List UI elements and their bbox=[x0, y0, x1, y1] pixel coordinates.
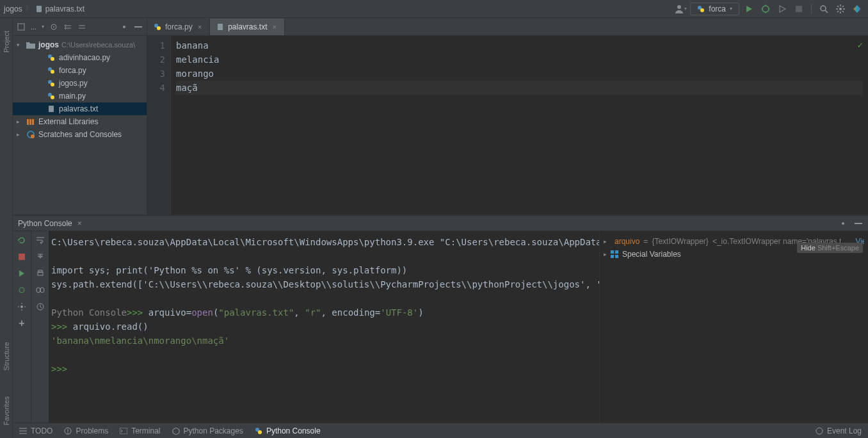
terminal-tab[interactable]: Terminal bbox=[120, 426, 160, 435]
svg-point-73 bbox=[816, 428, 823, 434]
output-line: import sys; print('Python %s on %s' % (s… bbox=[51, 265, 407, 275]
editor-tab[interactable]: forca.py × bbox=[147, 19, 210, 35]
variables-panel[interactable]: ▸ arquivo = {TextIOWrapper} <_io.TextIOW… bbox=[599, 231, 868, 423]
file-item[interactable]: adivinhacao.py bbox=[13, 51, 147, 64]
expand-all-icon[interactable] bbox=[63, 22, 72, 31]
variables-icon[interactable] bbox=[35, 285, 45, 295]
python-packages-tab[interactable]: Python Packages bbox=[172, 426, 243, 435]
collapse-all-icon[interactable] bbox=[77, 22, 86, 31]
folder-icon bbox=[26, 41, 36, 49]
tab-label: forca.py bbox=[165, 22, 193, 31]
text-file-icon bbox=[46, 105, 56, 113]
stop-button[interactable] bbox=[792, 2, 806, 16]
debug-icon[interactable] bbox=[17, 285, 27, 295]
console-output[interactable]: C:\Users\rebeca.souza\AppData\Local\Micr… bbox=[49, 231, 599, 423]
chevron-down-icon[interactable]: ▾ bbox=[42, 24, 44, 29]
run-icon[interactable] bbox=[17, 268, 27, 279]
wrap-icon[interactable] bbox=[35, 235, 45, 245]
svg-point-23 bbox=[53, 26, 54, 28]
hide-tooltip: Hide Shift+Escape bbox=[797, 243, 863, 253]
new-console-icon[interactable]: + bbox=[17, 318, 27, 328]
console-tab-label[interactable]: Python Console bbox=[18, 219, 72, 228]
svg-line-17 bbox=[837, 6, 839, 7]
code-editor[interactable]: 1234 banana melancia morango maçã ✓ bbox=[147, 36, 868, 215]
history-icon[interactable] bbox=[35, 302, 45, 312]
svg-rect-60 bbox=[611, 250, 614, 254]
project-root[interactable]: ▾ jogos C:\Users\rebeca.souza\ bbox=[13, 38, 147, 51]
print-icon[interactable] bbox=[35, 268, 45, 279]
settings-icon[interactable] bbox=[17, 302, 27, 312]
file-item[interactable]: forca.py bbox=[13, 64, 147, 77]
user-icon[interactable]: ▾ bbox=[673, 2, 687, 16]
output-line: sys.path.extend(['C:\\Users\\rebeca.souz… bbox=[51, 279, 599, 289]
svg-point-72 bbox=[258, 430, 262, 434]
chevron-right-icon[interactable]: ▸ bbox=[17, 131, 23, 138]
python-console-tab[interactable]: Python Console bbox=[255, 426, 321, 435]
special-vars-icon bbox=[611, 250, 618, 258]
external-libraries[interactable]: ▸ External Libraries bbox=[13, 115, 147, 128]
breadcrumb-file[interactable]: palavras.txt bbox=[45, 4, 84, 13]
locate-icon[interactable] bbox=[49, 22, 58, 31]
breadcrumb: jogos 〉 palavras.txt bbox=[4, 3, 84, 14]
svg-rect-62 bbox=[611, 255, 614, 258]
hide-panel-icon[interactable] bbox=[134, 22, 143, 31]
svg-rect-63 bbox=[615, 255, 618, 258]
svg-rect-9 bbox=[796, 6, 802, 12]
svg-rect-37 bbox=[32, 119, 34, 125]
run-config-selector[interactable]: forca ▾ bbox=[690, 3, 739, 15]
svg-point-55 bbox=[40, 288, 44, 293]
jetbrains-icon[interactable] bbox=[850, 2, 864, 16]
file-item[interactable]: jogos.py bbox=[13, 77, 147, 90]
project-view-label: ... bbox=[31, 23, 36, 31]
project-rail-tab[interactable]: Project bbox=[3, 31, 10, 53]
variable-name: arquivo bbox=[615, 237, 639, 246]
run-button[interactable] bbox=[742, 2, 756, 16]
project-view-selector[interactable] bbox=[17, 22, 26, 31]
svg-line-19 bbox=[837, 11, 839, 12]
scratches-label: Scratches and Consoles bbox=[38, 130, 122, 139]
gutter: 1234 bbox=[147, 36, 170, 215]
file-item-selected[interactable]: palavras.txt bbox=[13, 102, 147, 115]
search-icon[interactable] bbox=[817, 2, 831, 16]
svg-point-41 bbox=[157, 26, 161, 30]
run-with-coverage-button[interactable] bbox=[775, 2, 789, 16]
structure-rail-tab[interactable]: Structure bbox=[3, 342, 10, 371]
debug-button[interactable] bbox=[759, 2, 773, 16]
project-tree[interactable]: ▾ jogos C:\Users\rebeca.souza\ adivinhac… bbox=[13, 36, 147, 215]
breadcrumb-root[interactable]: jogos bbox=[4, 4, 22, 13]
problems-tab[interactable]: Problems bbox=[64, 426, 108, 435]
packages-icon bbox=[172, 427, 180, 435]
svg-point-12 bbox=[839, 8, 842, 10]
editor-tab-active[interactable]: palavras.txt × bbox=[210, 19, 285, 35]
svg-rect-36 bbox=[29, 119, 31, 125]
chevron-down-icon: ▾ bbox=[730, 6, 732, 12]
file-icon bbox=[35, 5, 43, 13]
svg-point-10 bbox=[821, 6, 826, 11]
python-file-icon bbox=[46, 92, 56, 100]
file-item[interactable]: main.py bbox=[13, 90, 147, 102]
chevron-right-icon[interactable]: ▸ bbox=[17, 118, 23, 125]
hide-console-icon[interactable] bbox=[854, 219, 863, 228]
close-icon[interactable]: × bbox=[197, 23, 203, 31]
chevron-down-icon[interactable]: ▾ bbox=[17, 42, 23, 48]
settings-icon[interactable] bbox=[833, 2, 848, 16]
rerun-icon[interactable] bbox=[17, 235, 27, 245]
svg-rect-53 bbox=[38, 270, 42, 272]
close-icon[interactable]: × bbox=[271, 23, 277, 31]
todo-tab[interactable]: TODO bbox=[19, 426, 52, 435]
scratches[interactable]: ▸ Scratches and Consoles bbox=[13, 128, 147, 141]
scroll-to-end-icon[interactable] bbox=[35, 252, 45, 262]
favorites-rail-tab[interactable]: Favorites bbox=[3, 396, 10, 425]
close-icon[interactable]: × bbox=[77, 219, 82, 228]
chevron-right-icon[interactable]: ▸ bbox=[604, 251, 607, 257]
chevron-right-icon[interactable]: ▸ bbox=[604, 238, 607, 245]
svg-point-33 bbox=[51, 95, 54, 99]
console-settings-icon[interactable] bbox=[839, 219, 848, 228]
svg-point-3 bbox=[700, 8, 704, 12]
event-log-icon bbox=[816, 427, 823, 435]
stop-icon[interactable] bbox=[17, 252, 27, 262]
divider bbox=[811, 4, 812, 14]
panel-settings-icon[interactable] bbox=[120, 22, 129, 31]
event-log-tab[interactable]: Event Log bbox=[816, 426, 862, 435]
inspection-ok-icon[interactable]: ✓ bbox=[858, 40, 863, 50]
